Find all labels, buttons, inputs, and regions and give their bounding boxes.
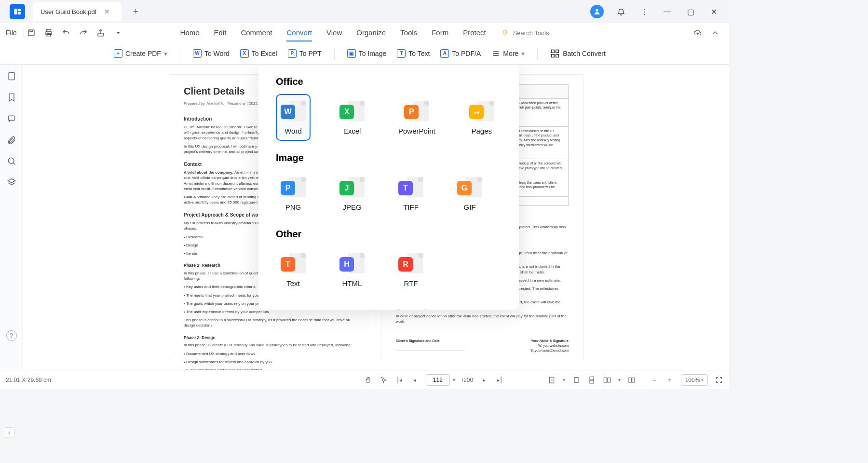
redo-icon[interactable] [79, 28, 88, 37]
read-mode-icon[interactable] [627, 376, 636, 384]
convert-text-option[interactable]: T Text [276, 246, 311, 293]
layers-icon[interactable] [7, 177, 16, 187]
tab-convert[interactable]: Convert [286, 25, 312, 41]
prev-page-icon[interactable]: ◂ [410, 376, 419, 384]
tab-title: User Guild Book.pdf [41, 8, 96, 15]
to-pdfa-button[interactable]: ATo PDF/A [437, 47, 484, 60]
tab-comment[interactable]: Comment [241, 25, 272, 41]
minimize-button[interactable]: — [662, 6, 673, 17]
new-tab-button[interactable]: + [133, 7, 138, 17]
last-page-icon[interactable]: ▸⎮ [495, 376, 504, 384]
search-input[interactable] [513, 29, 571, 37]
cloud-upload-icon[interactable] [693, 28, 702, 37]
titlebar: User Guild Book.pdf ✕ + ⋮ — ▢ ✕ [0, 0, 729, 23]
fullscreen-icon[interactable] [715, 376, 723, 384]
to-image-label: To Image [359, 50, 387, 57]
view-dropdown-icon[interactable]: ▾ [618, 377, 621, 382]
chevron-down-icon: ▾ [521, 50, 525, 57]
maximize-button[interactable]: ▢ [685, 6, 696, 17]
hand-tool-icon[interactable] [364, 376, 373, 384]
help-icon[interactable]: ? [6, 330, 17, 341]
single-page-icon[interactable] [572, 376, 581, 384]
next-page-icon[interactable]: ▸ [480, 376, 488, 384]
page-dropdown-icon[interactable]: ▾ [453, 377, 455, 382]
more-button[interactable]: More ▾ [488, 47, 528, 60]
continuous-icon[interactable] [587, 376, 596, 384]
svg-rect-22 [574, 377, 578, 382]
page-number-input[interactable] [426, 374, 450, 386]
tab-home[interactable]: Home [180, 25, 200, 41]
convert-jpeg-option[interactable]: J JPEG [335, 170, 369, 217]
zoom-in-icon[interactable]: + [665, 376, 674, 384]
fit-dropdown-icon[interactable]: ▾ [563, 377, 565, 382]
convert-excel-option[interactable]: X Excel [335, 94, 369, 141]
bookmarks-icon[interactable] [7, 93, 16, 102]
html-label: HTML [342, 279, 362, 287]
tab-organize[interactable]: Organize [356, 25, 386, 41]
to-word-label: To Word [204, 50, 230, 57]
bullet: • Design wireframes for review and appro… [184, 359, 356, 365]
thumbnails-icon[interactable] [7, 71, 16, 81]
comments-icon[interactable] [7, 114, 16, 123]
to-excel-button[interactable]: XTo Excel [237, 47, 280, 60]
convert-format-popup: Office W Word X Excel P PowerPoint Pages [258, 65, 519, 310]
tab-close-icon[interactable]: ✕ [104, 8, 110, 15]
tab-protect[interactable]: Protect [463, 25, 486, 41]
search-icon[interactable] [7, 156, 16, 166]
to-word-button[interactable]: WTo Word [190, 47, 232, 60]
svg-rect-17 [9, 73, 14, 80]
zoom-out-icon[interactable]: − [650, 376, 659, 384]
svg-line-20 [13, 163, 15, 164]
convert-html-option[interactable]: H HTML [335, 246, 369, 293]
convert-pages-option[interactable]: Pages [464, 94, 499, 141]
to-text-button[interactable]: TTo Text [394, 47, 433, 60]
tab-view[interactable]: View [326, 25, 342, 41]
qat-dropdown-icon[interactable] [114, 28, 122, 37]
to-text-label: To Text [408, 50, 430, 57]
svg-rect-18 [8, 116, 14, 120]
phase2-p: In this phase, I'll create a UX strategy… [184, 342, 356, 348]
save-icon[interactable] [27, 28, 36, 37]
notifications-icon[interactable] [615, 6, 627, 17]
tab-tools[interactable]: Tools [400, 25, 417, 41]
convert-word-option[interactable]: W Word [276, 94, 311, 141]
ppt-label: PowerPoint [398, 127, 435, 135]
fit-width-icon[interactable] [547, 376, 556, 384]
pages-label: Pages [471, 127, 492, 135]
first-page-icon[interactable]: ⎮◂ [395, 376, 404, 384]
user-avatar[interactable] [590, 5, 604, 18]
convert-gif-option[interactable]: G GIF [452, 170, 487, 217]
document-viewport[interactable]: Client Details Prepared by 'Adelina' for… [23, 65, 729, 370]
select-tool-icon[interactable] [380, 376, 388, 384]
zoom-level[interactable]: 100% ▾ [681, 374, 708, 386]
two-page-icon[interactable] [603, 376, 611, 384]
create-pdf-label: Create PDF [125, 50, 161, 57]
convert-powerpoint-option[interactable]: P PowerPoint [393, 94, 440, 141]
print-icon[interactable] [44, 28, 53, 37]
batch-convert-button[interactable]: Batch Convert [547, 47, 609, 60]
share-icon[interactable] [96, 28, 105, 37]
create-pdf-button[interactable]: + Create PDF ▾ [111, 47, 170, 60]
convert-rtf-option[interactable]: R RTF [393, 246, 428, 293]
to-ppt-button[interactable]: PTo PPT [285, 47, 325, 60]
bullet: • Functional design prototypes for user … [184, 368, 356, 370]
tab-edit[interactable]: Edit [214, 25, 227, 41]
popup-image-heading: Image [276, 152, 502, 163]
convert-png-option[interactable]: P PNG [276, 170, 311, 217]
undo-icon[interactable] [62, 28, 70, 37]
popup-office-heading: Office [276, 76, 502, 87]
statusbar: 21.01 X 29.69 cm ⎮◂ ◂ ▾ /200 ▸ ▸⎮ ▾ ▾ − … [0, 370, 729, 389]
png-label: PNG [285, 203, 301, 211]
collapse-ribbon-icon[interactable] [711, 28, 719, 37]
tab-form[interactable]: Form [432, 25, 448, 41]
to-excel-label: To Excel [252, 50, 277, 57]
page-dimensions: 21.01 X 29.69 cm [6, 377, 51, 383]
convert-tiff-option[interactable]: T TIFF [393, 170, 428, 217]
document-tab[interactable]: User Guild Book.pdf ✕ [33, 2, 122, 21]
file-menu[interactable]: File [6, 29, 17, 37]
close-button[interactable]: ✕ [708, 6, 719, 17]
to-pdfa-label: To PDF/A [452, 50, 481, 57]
to-image-button[interactable]: ▣To Image [344, 47, 390, 60]
attachments-icon[interactable] [7, 135, 16, 145]
more-menu-icon[interactable]: ⋮ [638, 6, 650, 17]
